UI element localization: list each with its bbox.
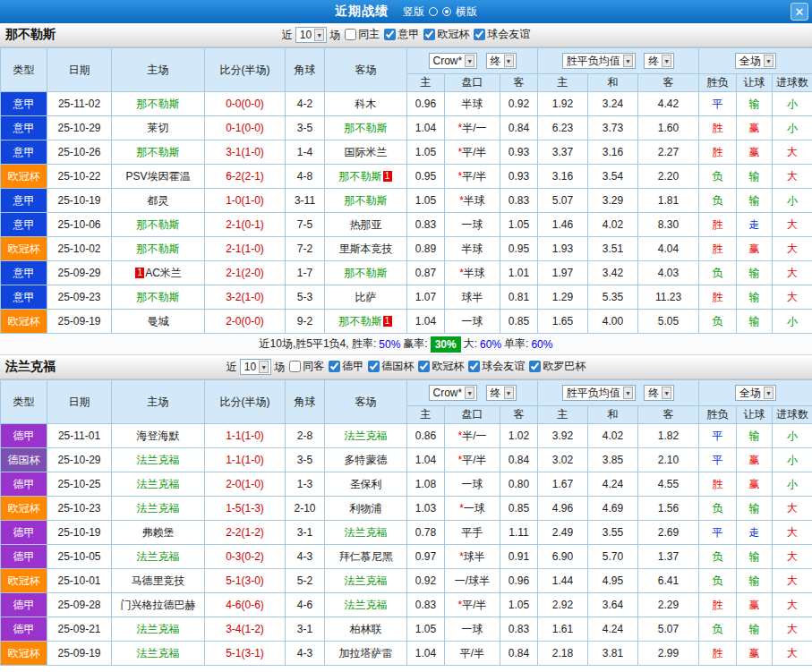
horizontal-layout-label: 横版 [456,4,477,20]
asian-handicap-line: *球半 [445,545,500,569]
match-row: 意甲25-10-29莱切0-1(0-0)3-5那不勒斯1.04*半/一0.846… [1,116,812,140]
handicap-result-cell: 赢 [737,642,773,666]
handicap-result-cell: 赢 [737,472,773,497]
match-score: 6-2(2-1) [205,165,286,189]
euro-draw-odds: 3.42 [588,261,638,285]
col-header-euro-away: 客 [638,406,699,424]
match-score: 5-1(3-0) [205,569,286,593]
col-header-handicap: 让球 [737,74,773,92]
asian-home-odds: 0.86 [407,424,445,448]
away-team: 利物浦 [325,497,407,521]
asian-home-odds: 1.05 [407,189,445,213]
vertical-layout-label: 竖版 [403,4,424,20]
home-team: 那不勒斯 [112,140,205,165]
asian-final-select[interactable]: 终▼ [486,385,517,401]
filter-checkbox[interactable]: 欧冠杯 [423,27,469,42]
league-badge: 欧冠杯 [1,569,47,593]
filter-checkbox[interactable]: 德国杯 [368,359,414,374]
match-count-select[interactable]: 10▼ [240,359,271,375]
euro-avg-select[interactable]: 胜平负均值▼ [562,385,636,401]
away-team: 那不勒斯 [325,189,407,213]
goals-result-cell: 大 [773,237,812,261]
col-header-date: 日期 [47,380,112,424]
team-label: 拜仁慕尼黑 [339,550,393,563]
match-date: 25-10-26 [47,140,112,165]
checkbox-input[interactable] [474,29,485,40]
league-filter-checkboxes: 同客德甲德国杯欧冠杯球会友谊欧罗巴杯 [285,359,585,375]
euro-away-odds: 2.27 [638,140,699,165]
match-score: 5-1(3-1) [205,642,286,666]
chevron-down-icon: ▼ [662,387,671,399]
changed-line-star: * [459,502,464,515]
asian-home-odds: 0.96 [407,92,445,116]
close-icon[interactable]: ✕ [791,3,808,21]
away-team: 热那亚 [325,213,407,237]
euro-home-odds: 2.49 [538,521,588,545]
red-card-badge: 1 [383,171,392,182]
filter-bar: 近 10▼ 场 同客德甲德国杯欧冠杯球会友谊欧罗巴杯 [227,359,585,375]
checkbox-input[interactable] [368,361,380,372]
match-row: 欧冠杯25-09-19法兰克福5-1(3-1)4-3加拉塔萨雷1.04平/半0.… [1,642,812,666]
checkbox-input[interactable] [468,361,480,372]
match-date: 25-10-19 [47,189,112,213]
euro-final-value: 终 [648,54,659,69]
match-count-select[interactable]: 10▼ [295,27,327,43]
match-score: 1-1(1-0) [205,424,286,448]
goals-result-cell: 大 [773,642,812,666]
asian-final-select[interactable]: 终▼ [486,53,517,69]
match-score: 1-1(1-0) [205,448,286,472]
col-header-type: 类型 [1,48,47,92]
euro-draw-odds: 3.24 [588,92,638,116]
filter-checkbox[interactable]: 欧罗巴杯 [529,359,585,374]
filter-checkbox[interactable]: 同主 [345,27,380,42]
filter-bar: 近 10▼ 场 同主意甲欧冠杯球会友谊 [282,27,530,43]
asian-home-odds: 1.04 [407,116,445,140]
asian-away-odds: 0.81 [500,285,538,310]
euro-final-select[interactable]: 终▼ [644,53,674,69]
match-row: 德甲25-10-19弗赖堡2-2(1-2)3-1法兰克福0.78平手1.112.… [1,521,812,545]
scope-select[interactable]: 全场▼ [735,385,776,401]
euro-home-odds: 1.92 [538,92,588,116]
bookmaker-select[interactable]: Crow*▼ [429,53,478,69]
match-count-value: 10 [244,361,256,373]
checkbox-input[interactable] [289,361,301,372]
bookmaker-select[interactable]: Crow*▼ [429,385,478,401]
euro-avg-select[interactable]: 胜平负均值▼ [562,53,636,69]
scope-select[interactable]: 全场▼ [735,53,776,69]
filter-checkbox[interactable]: 同客 [289,359,324,374]
asian-away-odds: 0.84 [500,448,538,472]
filter-checkbox[interactable]: 欧冠杯 [418,359,464,374]
euro-draw-odds: 4.02 [588,424,638,448]
match-score: 1-0(1-0) [205,189,286,213]
checkbox-input[interactable] [529,361,541,372]
checkbox-input[interactable] [329,361,340,372]
filter-checkbox[interactable]: 球会友谊 [474,27,530,42]
checkbox-input[interactable] [345,29,356,40]
euro-final-value: 终 [648,386,659,401]
filter-checkbox[interactable]: 意甲 [384,27,419,42]
asian-away-odds: 0.93 [500,165,538,189]
asian-handicap-line: 一/球半 [445,569,500,593]
checkbox-input[interactable] [423,29,435,40]
corner-count: 4-6 [286,593,325,617]
filter-checkbox[interactable]: 德甲 [329,359,363,374]
euro-final-select[interactable]: 终▼ [644,385,674,401]
match-row: 欧冠杯25-10-22PSV埃因霍温6-2(2-1)4-8那不勒斯10.95*平… [1,165,812,189]
vertical-layout-radio[interactable] [429,7,438,16]
euro-away-odds: 5.07 [638,617,699,642]
result-cell: 负 [699,617,737,642]
team-label: 法兰克福 [137,647,180,659]
chevron-down-icon: ▼ [504,55,514,67]
filter-checkbox[interactable]: 球会友谊 [468,359,525,374]
col-header-away: 客场 [325,380,407,424]
checkbox-input[interactable] [384,29,396,40]
home-team: 法兰克福 [112,472,205,497]
match-row: 意甲25-11-02那不勒斯0-0(0-0)4-2科木0.96半球0.921.9… [1,92,812,116]
checkbox-input[interactable] [418,361,430,372]
horizontal-layout-radio[interactable] [442,7,451,16]
goals-result-cell: 小 [773,472,812,497]
match-row: 德甲25-10-05法兰克福0-3(0-2)4-3拜仁慕尼黑0.97*球半0.9… [1,545,812,569]
handicap-result-cell: 赢 [737,140,773,165]
result-cell: 负 [699,189,737,213]
euro-draw-odds: 3.81 [588,642,638,666]
